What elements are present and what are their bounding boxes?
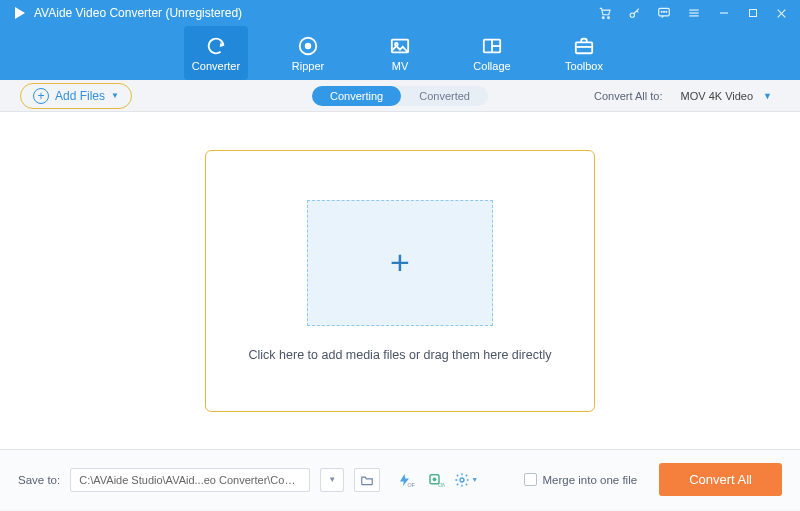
tab-label: Toolbox: [565, 60, 603, 72]
window-controls: [598, 6, 788, 20]
drop-zone[interactable]: + Click here to add media files or drag …: [205, 150, 595, 412]
plus-circle-icon: +: [33, 88, 49, 104]
svg-rect-22: [576, 42, 592, 53]
svg-point-3: [630, 12, 634, 16]
svg-point-16: [306, 43, 311, 48]
maximize-icon[interactable]: [747, 7, 759, 19]
svg-rect-12: [750, 10, 757, 17]
merge-label: Merge into one file: [543, 474, 638, 486]
chevron-down-icon: ▼: [763, 91, 772, 101]
collage-icon: [481, 35, 503, 57]
add-files-button[interactable]: + Add Files ▼: [20, 83, 132, 109]
mode-converting[interactable]: Converting: [312, 86, 401, 106]
sub-bar: + Add Files ▼ Converting Converted Conve…: [0, 80, 800, 112]
mode-switch: Converting Converted: [312, 86, 488, 106]
drop-zone-text: Click here to add media files or drag th…: [249, 348, 552, 362]
main-tabs: Converter Ripper MV Collage Toolbox: [0, 26, 800, 80]
main-area: + Click here to add media files or drag …: [0, 112, 800, 449]
svg-point-2: [608, 17, 610, 19]
plus-icon: +: [390, 243, 410, 282]
tab-label: Collage: [473, 60, 510, 72]
tab-label: Converter: [192, 60, 240, 72]
tab-label: MV: [392, 60, 409, 72]
gpu-button[interactable]: ON: [424, 468, 448, 492]
output-format-value: MOV 4K Video: [681, 90, 754, 102]
output-format-select[interactable]: MOV 4K Video ▼: [673, 87, 780, 105]
cart-icon[interactable]: [598, 6, 612, 20]
svg-point-7: [666, 11, 667, 12]
svg-text:OFF: OFF: [408, 481, 416, 487]
tab-collage[interactable]: Collage: [460, 26, 524, 80]
app-title: AVAide Video Converter (Unregistered): [34, 6, 242, 20]
svg-point-28: [460, 478, 464, 482]
svg-point-1: [602, 17, 604, 19]
bottom-tool-icons: OFF ON ▼: [394, 468, 478, 492]
checkbox-icon: [524, 473, 537, 486]
key-icon[interactable]: [628, 7, 641, 20]
tab-toolbox[interactable]: Toolbox: [552, 26, 616, 80]
convert-all-to-label: Convert All to:: [594, 90, 662, 102]
disc-icon: [297, 35, 319, 57]
svg-point-6: [664, 11, 665, 12]
svg-text:ON: ON: [438, 481, 445, 487]
path-dropdown-button[interactable]: ▼: [320, 468, 344, 492]
convert-icon: [205, 35, 227, 57]
hw-accel-button[interactable]: OFF: [394, 468, 418, 492]
tab-mv[interactable]: MV: [368, 26, 432, 80]
convert-all-to: Convert All to: MOV 4K Video ▼: [594, 87, 780, 105]
close-icon[interactable]: [775, 7, 788, 20]
chevron-down-icon: ▼: [471, 476, 478, 483]
title-bar: AVAide Video Converter (Unregistered): [0, 0, 800, 26]
svg-marker-0: [15, 7, 25, 19]
settings-button[interactable]: ▼: [454, 468, 478, 492]
svg-point-26: [433, 477, 437, 481]
add-files-label: Add Files: [55, 89, 105, 103]
tab-ripper[interactable]: Ripper: [276, 26, 340, 80]
bottom-bar: Save to: C:\AVAide Studio\AVAid...eo Con…: [0, 449, 800, 509]
convert-all-button[interactable]: Convert All: [659, 463, 782, 496]
drop-zone-inner: +: [307, 200, 493, 326]
chevron-down-icon: ▼: [111, 91, 119, 100]
menu-icon[interactable]: [687, 6, 701, 20]
app-logo-icon: [12, 5, 28, 21]
minimize-icon[interactable]: [717, 6, 731, 20]
image-icon: [389, 35, 411, 57]
tab-label: Ripper: [292, 60, 324, 72]
save-to-label: Save to:: [18, 474, 60, 486]
tab-converter[interactable]: Converter: [184, 26, 248, 80]
feedback-icon[interactable]: [657, 6, 671, 20]
save-path-field[interactable]: C:\AVAide Studio\AVAid...eo Converter\Co…: [70, 468, 310, 492]
mode-converted[interactable]: Converted: [401, 86, 488, 106]
svg-point-5: [661, 11, 662, 12]
toolbox-icon: [573, 35, 595, 57]
chevron-down-icon: ▼: [328, 475, 336, 484]
merge-checkbox[interactable]: Merge into one file: [524, 473, 638, 486]
open-folder-button[interactable]: [354, 468, 380, 492]
